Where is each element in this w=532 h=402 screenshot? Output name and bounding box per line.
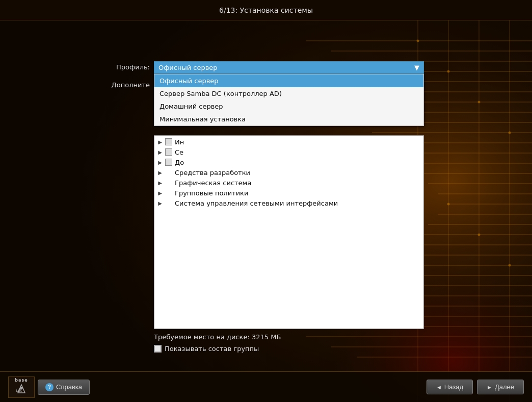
profile-dropdown-menu: Офисный сервер Сервер Samba DC (контролл… [154, 74, 424, 126]
logo-text-base: base [15, 378, 28, 383]
show-group-checkbox[interactable] [154, 345, 162, 353]
dropdown-option-home-server[interactable]: Домашний сервер [154, 100, 423, 113]
list-item[interactable]: ▶ Средства разработки [154, 167, 423, 178]
dropdown-option-samba-dc[interactable]: Сервер Samba DC (контроллер AD) [154, 87, 423, 100]
expand-icon: ▶ [156, 179, 164, 186]
profile-dropdown-selected[interactable]: Офисный сервер ▼ [154, 61, 424, 74]
logo-icon: alt [15, 383, 28, 396]
expand-icon: ▶ [156, 159, 164, 166]
package-name: До [175, 159, 184, 166]
expand-icon: ▶ [156, 199, 164, 207]
package-icon [165, 168, 173, 177]
dropdown-arrow-icon: ▼ [414, 64, 419, 71]
expand-icon: ▶ [156, 148, 164, 156]
next-arrow-icon: ► [487, 384, 492, 390]
profile-label: Профиль: [108, 61, 154, 71]
package-icon [165, 158, 173, 166]
package-icon [165, 148, 173, 156]
package-name: Система управления сетевыми интерфейсами [175, 199, 338, 207]
package-name: Графическая система [175, 179, 251, 187]
list-item[interactable]: ▶ Система управления сетевыми интерфейса… [154, 198, 423, 208]
package-icon [165, 138, 173, 146]
back-arrow-icon: ◄ [436, 384, 442, 390]
list-item[interactable]: ▶ Графическая система [154, 178, 423, 188]
next-label: Далее [495, 383, 514, 391]
bottom-bar: base alt ? Справка ◄ Назад ► Далее [0, 371, 532, 402]
disk-info: Требуемое место на диске: 3215 МБ [108, 333, 424, 341]
list-item[interactable]: ▶ Групповые политики [154, 188, 423, 198]
dropdown-option-office-server[interactable]: Офисный сервер [154, 74, 423, 87]
list-item[interactable]: ▶ Се [154, 147, 423, 157]
package-icon [165, 179, 173, 187]
disk-info-text: Требуемое место на диске: 3215 МБ [154, 333, 281, 341]
list-item[interactable]: ▶ Ин [154, 137, 423, 147]
form-container: Профиль: Офисный сервер ▼ Офисный сервер… [108, 61, 424, 353]
expand-icon: ▶ [156, 189, 164, 196]
package-name: Групповые политики [175, 189, 248, 197]
logo-box: base alt [8, 376, 35, 398]
next-button[interactable]: ► Далее [477, 380, 524, 394]
svg-point-49 [20, 387, 23, 390]
help-icon: ? [45, 383, 54, 391]
package-icon [165, 189, 173, 197]
nav-buttons: ◄ Назад ► Далее [427, 380, 524, 394]
back-button[interactable]: ◄ Назад [427, 380, 473, 394]
show-group-label: Показывать состав группы [165, 345, 259, 353]
package-name: Ин [175, 138, 184, 146]
expand-icon: ▶ [156, 169, 164, 176]
main-content: Профиль: Офисный сервер ▼ Офисный сервер… [0, 20, 532, 371]
dropdown-option-minimal[interactable]: Минимальная установка [154, 113, 423, 125]
back-label: Назад [444, 383, 463, 391]
help-button[interactable]: ? Справка [38, 380, 90, 395]
package-icon [165, 199, 173, 207]
list-item[interactable]: ▶ До [154, 157, 423, 167]
profile-selected-value: Офисный сервер [158, 64, 218, 71]
additional-label: Дополните [108, 79, 154, 89]
package-name: Средства разработки [175, 169, 250, 177]
expand-icon: ▶ [156, 138, 164, 145]
package-list[interactable]: ▶ Ин ▶ Се ▶ До ▶ [154, 135, 424, 329]
profile-row: Профиль: Офисный сервер ▼ Офисный сервер… [108, 61, 424, 74]
package-name: Се [175, 148, 183, 156]
window-title: 6/13: Установка системы [219, 6, 313, 14]
help-label: Справка [56, 383, 82, 391]
profile-dropdown-wrapper: Офисный сервер ▼ Офисный сервер Сервер S… [154, 61, 424, 74]
top-bar: 6/13: Установка системы [0, 0, 532, 20]
checkbox-row[interactable]: Показывать состав группы [108, 345, 424, 353]
logo-area: base alt ? Справка [8, 376, 90, 398]
